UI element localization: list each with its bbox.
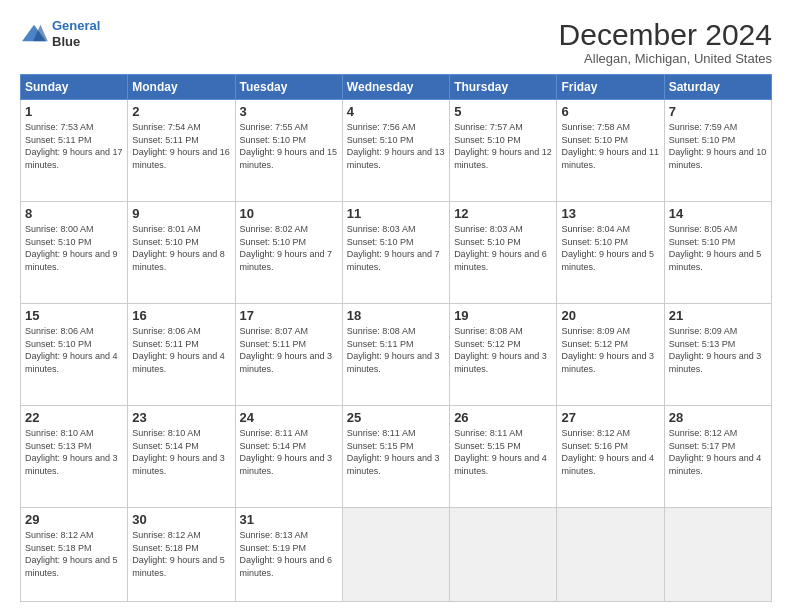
day-info: Sunrise: 8:11 AM Sunset: 5:15 PM Dayligh… <box>347 427 445 477</box>
calendar-cell: 30Sunrise: 8:12 AM Sunset: 5:18 PM Dayli… <box>128 508 235 602</box>
header-row: SundayMondayTuesdayWednesdayThursdayFrid… <box>21 75 772 100</box>
day-info: Sunrise: 8:11 AM Sunset: 5:14 PM Dayligh… <box>240 427 338 477</box>
day-number: 30 <box>132 512 230 527</box>
day-info: Sunrise: 7:53 AM Sunset: 5:11 PM Dayligh… <box>25 121 123 171</box>
day-info: Sunrise: 8:07 AM Sunset: 5:11 PM Dayligh… <box>240 325 338 375</box>
day-info: Sunrise: 8:08 AM Sunset: 5:12 PM Dayligh… <box>454 325 552 375</box>
day-of-week-header: Monday <box>128 75 235 100</box>
main-title: December 2024 <box>559 18 772 51</box>
logo: General Blue <box>20 18 100 49</box>
calendar-cell: 14Sunrise: 8:05 AM Sunset: 5:10 PM Dayli… <box>664 202 771 304</box>
calendar-cell: 20Sunrise: 8:09 AM Sunset: 5:12 PM Dayli… <box>557 304 664 406</box>
day-info: Sunrise: 8:12 AM Sunset: 5:18 PM Dayligh… <box>132 529 230 579</box>
day-number: 4 <box>347 104 445 119</box>
calendar-week-row: 22Sunrise: 8:10 AM Sunset: 5:13 PM Dayli… <box>21 406 772 508</box>
calendar-cell: 6Sunrise: 7:58 AM Sunset: 5:10 PM Daylig… <box>557 100 664 202</box>
calendar-cell: 3Sunrise: 7:55 AM Sunset: 5:10 PM Daylig… <box>235 100 342 202</box>
day-info: Sunrise: 7:58 AM Sunset: 5:10 PM Dayligh… <box>561 121 659 171</box>
day-number: 20 <box>561 308 659 323</box>
day-info: Sunrise: 7:57 AM Sunset: 5:10 PM Dayligh… <box>454 121 552 171</box>
day-info: Sunrise: 8:04 AM Sunset: 5:10 PM Dayligh… <box>561 223 659 273</box>
day-info: Sunrise: 7:59 AM Sunset: 5:10 PM Dayligh… <box>669 121 767 171</box>
day-info: Sunrise: 7:56 AM Sunset: 5:10 PM Dayligh… <box>347 121 445 171</box>
day-number: 9 <box>132 206 230 221</box>
day-info: Sunrise: 8:06 AM Sunset: 5:11 PM Dayligh… <box>132 325 230 375</box>
day-number: 14 <box>669 206 767 221</box>
day-of-week-header: Tuesday <box>235 75 342 100</box>
day-info: Sunrise: 8:03 AM Sunset: 5:10 PM Dayligh… <box>347 223 445 273</box>
day-number: 19 <box>454 308 552 323</box>
logo-icon <box>20 23 48 45</box>
day-info: Sunrise: 8:09 AM Sunset: 5:12 PM Dayligh… <box>561 325 659 375</box>
day-number: 15 <box>25 308 123 323</box>
day-number: 22 <box>25 410 123 425</box>
calendar-body: 1Sunrise: 7:53 AM Sunset: 5:11 PM Daylig… <box>21 100 772 602</box>
calendar-cell: 15Sunrise: 8:06 AM Sunset: 5:10 PM Dayli… <box>21 304 128 406</box>
day-number: 1 <box>25 104 123 119</box>
calendar-cell: 8Sunrise: 8:00 AM Sunset: 5:10 PM Daylig… <box>21 202 128 304</box>
day-number: 5 <box>454 104 552 119</box>
calendar-cell: 11Sunrise: 8:03 AM Sunset: 5:10 PM Dayli… <box>342 202 449 304</box>
day-info: Sunrise: 8:00 AM Sunset: 5:10 PM Dayligh… <box>25 223 123 273</box>
day-number: 8 <box>25 206 123 221</box>
calendar-cell: 2Sunrise: 7:54 AM Sunset: 5:11 PM Daylig… <box>128 100 235 202</box>
day-number: 16 <box>132 308 230 323</box>
day-info: Sunrise: 8:12 AM Sunset: 5:16 PM Dayligh… <box>561 427 659 477</box>
calendar-header: SundayMondayTuesdayWednesdayThursdayFrid… <box>21 75 772 100</box>
calendar-cell: 18Sunrise: 8:08 AM Sunset: 5:11 PM Dayli… <box>342 304 449 406</box>
day-info: Sunrise: 8:02 AM Sunset: 5:10 PM Dayligh… <box>240 223 338 273</box>
calendar-cell: 24Sunrise: 8:11 AM Sunset: 5:14 PM Dayli… <box>235 406 342 508</box>
day-number: 17 <box>240 308 338 323</box>
day-info: Sunrise: 8:05 AM Sunset: 5:10 PM Dayligh… <box>669 223 767 273</box>
day-info: Sunrise: 8:12 AM Sunset: 5:17 PM Dayligh… <box>669 427 767 477</box>
day-number: 23 <box>132 410 230 425</box>
calendar-cell <box>342 508 449 602</box>
day-number: 6 <box>561 104 659 119</box>
calendar-cell: 26Sunrise: 8:11 AM Sunset: 5:15 PM Dayli… <box>450 406 557 508</box>
calendar-week-row: 29Sunrise: 8:12 AM Sunset: 5:18 PM Dayli… <box>21 508 772 602</box>
day-info: Sunrise: 8:11 AM Sunset: 5:15 PM Dayligh… <box>454 427 552 477</box>
day-info: Sunrise: 8:10 AM Sunset: 5:14 PM Dayligh… <box>132 427 230 477</box>
day-number: 31 <box>240 512 338 527</box>
calendar-cell: 1Sunrise: 7:53 AM Sunset: 5:11 PM Daylig… <box>21 100 128 202</box>
day-info: Sunrise: 8:01 AM Sunset: 5:10 PM Dayligh… <box>132 223 230 273</box>
day-info: Sunrise: 8:03 AM Sunset: 5:10 PM Dayligh… <box>454 223 552 273</box>
calendar-cell: 21Sunrise: 8:09 AM Sunset: 5:13 PM Dayli… <box>664 304 771 406</box>
day-number: 24 <box>240 410 338 425</box>
calendar-cell: 23Sunrise: 8:10 AM Sunset: 5:14 PM Dayli… <box>128 406 235 508</box>
day-number: 10 <box>240 206 338 221</box>
calendar-cell: 9Sunrise: 8:01 AM Sunset: 5:10 PM Daylig… <box>128 202 235 304</box>
day-number: 13 <box>561 206 659 221</box>
calendar-cell: 27Sunrise: 8:12 AM Sunset: 5:16 PM Dayli… <box>557 406 664 508</box>
day-of-week-header: Friday <box>557 75 664 100</box>
subtitle: Allegan, Michigan, United States <box>559 51 772 66</box>
calendar-cell: 4Sunrise: 7:56 AM Sunset: 5:10 PM Daylig… <box>342 100 449 202</box>
title-block: December 2024 Allegan, Michigan, United … <box>559 18 772 66</box>
day-number: 2 <box>132 104 230 119</box>
calendar-cell: 19Sunrise: 8:08 AM Sunset: 5:12 PM Dayli… <box>450 304 557 406</box>
calendar-cell <box>557 508 664 602</box>
day-number: 21 <box>669 308 767 323</box>
day-info: Sunrise: 8:06 AM Sunset: 5:10 PM Dayligh… <box>25 325 123 375</box>
calendar-cell: 12Sunrise: 8:03 AM Sunset: 5:10 PM Dayli… <box>450 202 557 304</box>
calendar-cell: 25Sunrise: 8:11 AM Sunset: 5:15 PM Dayli… <box>342 406 449 508</box>
calendar-table: SundayMondayTuesdayWednesdayThursdayFrid… <box>20 74 772 602</box>
calendar-cell: 28Sunrise: 8:12 AM Sunset: 5:17 PM Dayli… <box>664 406 771 508</box>
day-info: Sunrise: 7:54 AM Sunset: 5:11 PM Dayligh… <box>132 121 230 171</box>
day-number: 11 <box>347 206 445 221</box>
day-info: Sunrise: 8:10 AM Sunset: 5:13 PM Dayligh… <box>25 427 123 477</box>
calendar-week-row: 8Sunrise: 8:00 AM Sunset: 5:10 PM Daylig… <box>21 202 772 304</box>
calendar-cell: 10Sunrise: 8:02 AM Sunset: 5:10 PM Dayli… <box>235 202 342 304</box>
calendar-cell <box>664 508 771 602</box>
day-number: 29 <box>25 512 123 527</box>
calendar-cell: 17Sunrise: 8:07 AM Sunset: 5:11 PM Dayli… <box>235 304 342 406</box>
day-number: 26 <box>454 410 552 425</box>
page: General Blue December 2024 Allegan, Mich… <box>0 0 792 612</box>
calendar-week-row: 1Sunrise: 7:53 AM Sunset: 5:11 PM Daylig… <box>21 100 772 202</box>
day-number: 27 <box>561 410 659 425</box>
logo-text: General Blue <box>52 18 100 49</box>
day-number: 12 <box>454 206 552 221</box>
day-number: 18 <box>347 308 445 323</box>
calendar-cell: 13Sunrise: 8:04 AM Sunset: 5:10 PM Dayli… <box>557 202 664 304</box>
day-info: Sunrise: 8:13 AM Sunset: 5:19 PM Dayligh… <box>240 529 338 579</box>
